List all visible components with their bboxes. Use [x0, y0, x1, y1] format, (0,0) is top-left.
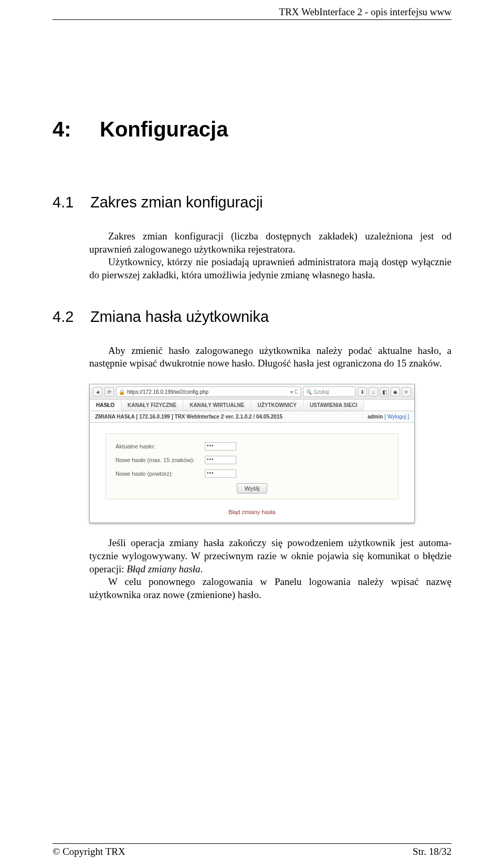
tab-kanaly-fizyczne[interactable]: KANAŁY FIZYCZNE — [121, 400, 183, 411]
repeat-password-input[interactable]: ••• — [205, 469, 236, 478]
browser-toolbar: ◄ ⟳ 🔒 https://172.16.0.199/wi2/config.ph… — [90, 384, 414, 400]
page-header: TRX WebInterface 2 - opis interfejsu www — [52, 0, 452, 23]
submit-button[interactable]: Wyślij — [237, 483, 268, 494]
back-button[interactable]: ◄ — [93, 387, 102, 396]
heading-chapter: 4:Konfiguracja — [52, 118, 452, 141]
url-bar[interactable]: 🔒 https://172.16.0.199/wi2/config.php ▾ … — [116, 386, 301, 397]
app-subheader: ZMIANA HASŁA [ 172.16.0.199 ] TRX WebInt… — [90, 411, 414, 423]
tab-ustawienia-sieci[interactable]: USTAWIENIA SIECI — [303, 400, 364, 411]
repeat-password-label: Nowe hasło (powtórz): — [116, 470, 205, 477]
lock-icon: 🔒 — [119, 389, 125, 395]
heading-41-title: Zakres zmian konfiguracji — [90, 194, 263, 211]
heading-chapter-title: Konfiguracja — [100, 118, 228, 141]
tab-haslo[interactable]: HASŁO — [90, 400, 121, 411]
new-password-label: Nowe hasło (max. 15 znaków): — [116, 457, 205, 463]
paragraph-41-1: Zakres zmian konfiguracji (liczba dostęp… — [89, 230, 452, 256]
header-rule — [52, 19, 452, 20]
subheader-user: admin — [368, 414, 383, 420]
paragraph-42-2: Jeśli operacja zmiany hasła zakończy się… — [89, 537, 452, 576]
home-icon[interactable]: ⌂ — [369, 387, 378, 396]
password-form-area: Aktualne hasło: ••• Nowe hasło (max. 15 … — [90, 423, 414, 504]
heading-41-num: 4.1 — [52, 194, 90, 211]
bookmark-icon[interactable]: ◧ — [380, 387, 389, 396]
paragraph-41-2: Użytkownicy, którzy nie posiadają uprawn… — [89, 256, 452, 281]
footer-rule — [52, 843, 452, 844]
reload-button[interactable]: ⟳ — [104, 387, 114, 396]
paragraph-42-3: W celu ponownego zalogowania w Panelu lo… — [89, 576, 452, 601]
url-text: https://172.16.0.199/wi2/config.php — [127, 389, 208, 395]
search-icon: 🔍 — [306, 389, 312, 395]
paragraph-42-1: Aby zmienić hasło zalogowanego użytkowni… — [89, 344, 452, 370]
heading-section-42: 4.2Zmiana hasła użytkownika — [52, 308, 452, 326]
logout-link[interactable]: [ Wyloguj ] — [384, 414, 409, 420]
copyright: © Copyright TRX — [52, 846, 125, 857]
heading-section-41: 4.1Zakres zmian konfiguracji — [52, 194, 452, 211]
current-password-label: Aktualne hasło: — [116, 443, 205, 449]
addon-icon[interactable]: ◆ — [391, 387, 400, 396]
tab-uzytkownicy[interactable]: UŻYTKOWNICY — [251, 400, 303, 411]
heading-42-num: 4.2 — [52, 308, 90, 326]
new-password-input[interactable]: ••• — [205, 456, 236, 464]
password-form-panel: Aktualne hasło: ••• Nowe hasło (max. 15 … — [106, 433, 398, 499]
current-password-input[interactable]: ••• — [205, 442, 236, 451]
search-placeholder: Szukaj — [313, 389, 329, 395]
tab-kanaly-wirtualne[interactable]: KANAŁY WIRTUALNE — [183, 400, 251, 411]
header-title: TRX WebInterface 2 - opis interfejsu www — [279, 6, 452, 17]
page-footer: © Copyright TRX Str. 18/32 — [52, 843, 452, 857]
subheader-left: ZMIANA HASŁA [ 172.16.0.199 ] TRX WebInt… — [95, 414, 282, 420]
menu-icon[interactable]: ≡ — [402, 387, 411, 396]
heading-42-title: Zmiana hasła użytkownika — [90, 308, 269, 325]
page-number: Str. 18/32 — [413, 846, 452, 857]
heading-chapter-num: 4: — [52, 118, 100, 141]
error-message: Błąd zmiany hasła — [90, 504, 414, 522]
embedded-screenshot: ◄ ⟳ 🔒 https://172.16.0.199/wi2/config.ph… — [89, 384, 415, 523]
app-tabs: HASŁO KANAŁY FIZYCZNE KANAŁY WIRTUALNE U… — [90, 400, 414, 411]
browser-search[interactable]: 🔍 Szukaj — [303, 386, 355, 397]
downloads-icon[interactable]: ⬇ — [358, 387, 367, 396]
